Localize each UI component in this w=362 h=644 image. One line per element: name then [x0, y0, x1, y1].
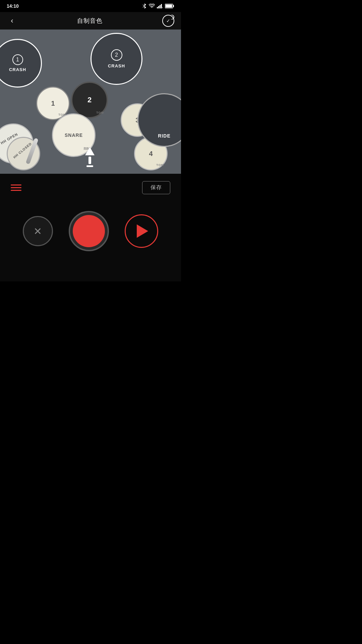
kick-pedal-base [86, 165, 93, 167]
status-time: 14:10 [7, 3, 19, 9]
svg-text:4G: 4G [162, 6, 163, 8]
crash1-label: CRASH [9, 67, 26, 72]
crash1-number: 1 [12, 54, 23, 65]
cancel-button[interactable]: ✕ [23, 216, 53, 246]
tom2-pad[interactable]: 2 TOM [71, 82, 108, 118]
hamburger-line-2 [11, 187, 21, 188]
svg-rect-3 [158, 6, 159, 8]
svg-rect-9 [166, 5, 172, 8]
bottom-spacer [8, 261, 173, 281]
svg-rect-2 [157, 7, 158, 8]
menu-button[interactable] [11, 184, 21, 191]
tom1-number: 1 [51, 100, 55, 107]
drum-area: 1 CRASH 2 CRASH BELL RIDE 1 TOM 2 TOM SN… [0, 30, 181, 174]
kick-pedal-body [88, 157, 91, 164]
header: ‹ 自制音色 [0, 12, 181, 30]
bottom-area: 保存 ✕ [0, 174, 181, 281]
tom2-number: 2 [87, 96, 92, 104]
transport-row: ✕ [8, 198, 173, 261]
status-icons: 4G [142, 3, 174, 9]
kick-pedal-top [85, 147, 95, 155]
record-button[interactable] [69, 211, 109, 251]
svg-line-1 [143, 6, 144, 7]
ride-label: RIDE [158, 133, 170, 139]
svg-rect-8 [173, 5, 174, 7]
play-button[interactable] [125, 214, 158, 248]
svg-rect-4 [160, 5, 161, 8]
svg-line-0 [143, 5, 144, 6]
crash1-pad[interactable]: 1 CRASH [0, 39, 42, 88]
crash2-number: 2 [111, 49, 122, 61]
svg-rect-5 [161, 4, 162, 8]
hamburger-line-1 [11, 184, 21, 185]
wifi-icon [149, 4, 155, 8]
tom4-number: 4 [149, 150, 153, 158]
confirm-button[interactable] [162, 15, 174, 27]
crash2-label: CRASH [108, 63, 125, 68]
signal-icon: 4G [157, 4, 163, 8]
battery-icon [165, 4, 174, 8]
tom2-label: TOM [96, 111, 104, 114]
kick-pedal-icon [83, 147, 97, 167]
confirm-arc-icon [169, 14, 175, 20]
bluetooth-icon [142, 3, 147, 9]
tom4-label: TOM [156, 163, 164, 167]
save-button[interactable]: 保存 [142, 181, 170, 194]
cancel-icon: ✕ [34, 225, 42, 237]
status-bar: 14:10 4G [0, 0, 181, 12]
back-button[interactable]: ‹ [7, 16, 17, 25]
hamburger-line-3 [11, 190, 21, 191]
crash2-pad[interactable]: 2 CRASH [90, 33, 142, 85]
snare-label: SNARE [65, 132, 83, 138]
page-title: 自制音色 [77, 17, 103, 25]
record-icon [73, 215, 105, 247]
play-icon [137, 224, 148, 238]
controls-row: 保存 [8, 174, 173, 198]
